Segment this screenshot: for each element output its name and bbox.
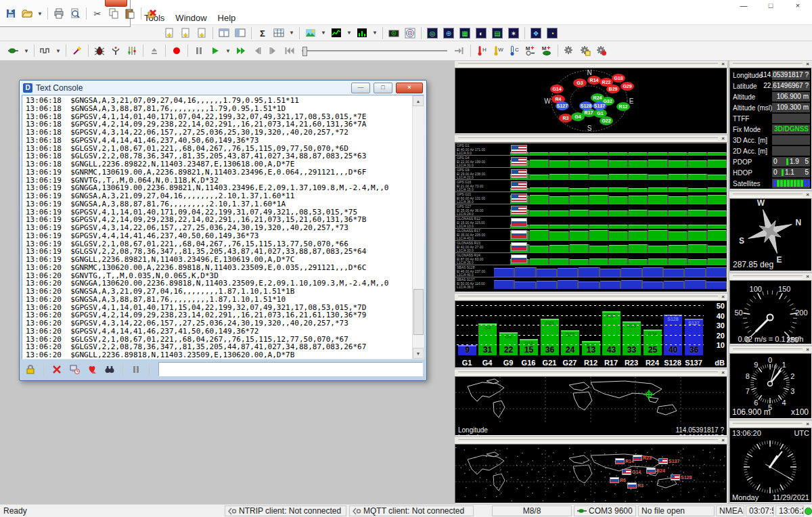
panel-close-icon[interactable]: × [720,294,726,300]
panel-close-icon[interactable]: × [805,192,811,198]
maximize-window-icon[interactable]: □ [761,1,781,10]
eject-icon[interactable] [146,43,162,59]
freeze-console-icon[interactable] [129,362,143,377]
new-messages-view-icon[interactable] [161,25,177,41]
baudrate-icon[interactable] [37,43,53,59]
connection-dropdown[interactable]: ▼ [22,43,31,59]
clear-file-icon[interactable] [144,5,160,22]
receiver-antenna-icon[interactable] [108,43,124,59]
panel-grip[interactable] [733,63,803,66]
cold-start-icon[interactable]: C [506,43,522,59]
split-vertical-icon[interactable] [232,25,248,41]
record-log-icon[interactable] [85,362,99,377]
play-dropdown[interactable]: ▼ [223,43,233,59]
nmea-log[interactable]: 13:06:18 $GNGSA,A,3,21,07,09,27,04,16,,,… [22,95,417,359]
console-title-bar[interactable]: D Text Console — □ × [22,81,424,95]
table-view-icon[interactable] [271,25,287,41]
p-hist-header[interactable]: × [455,135,727,142]
autobauding-icon[interactable] [69,43,85,59]
save-icon[interactable] [3,5,19,22]
text-console-window[interactable]: D Text Console — □ × 13:06:18 $GNGSA,A,3… [19,80,427,381]
panel-grip[interactable] [458,296,718,299]
panel-close-icon[interactable]: × [805,347,811,353]
signal-strength-icon[interactable]: ▦ [457,25,473,41]
panel-grip[interactable] [458,372,718,375]
map-view-dropdown[interactable]: ▼ [319,25,328,41]
panel-grip[interactable] [733,349,803,352]
p-clock-header[interactable]: × [729,421,812,428]
p-lvl-header[interactable]: × [455,294,727,300]
open-dropdown-icon[interactable]: ▼ [35,5,45,22]
find-icon[interactable] [102,362,117,377]
hot-start-icon[interactable]: H [474,43,490,59]
receiver-settings-icon[interactable] [124,43,140,59]
full-screen-icon[interactable]: ◔ [544,25,560,41]
p-data-header[interactable]: × [729,61,812,68]
console-output-area[interactable]: 13:06:18 $GNGSA,A,3,21,07,09,27,04,16,,,… [22,95,424,359]
pause-icon[interactable] [191,43,207,59]
panel-grip[interactable] [733,194,803,197]
open-file-icon[interactable] [19,5,35,22]
p-sky-header[interactable]: × [455,61,727,68]
cut-icon[interactable]: ✂ [89,5,106,22]
histogram-view-dropdown[interactable]: ▼ [370,25,380,41]
status-mqtt[interactable]: MQTT client: Not connected [349,505,474,516]
jump-start-icon[interactable] [281,43,298,59]
print-preview-icon[interactable] [67,5,83,22]
step-forward-icon[interactable] [265,43,281,59]
panel-close-icon[interactable]: × [720,136,726,141]
docking-windows-icon[interactable]: ❖ [528,25,544,41]
scroll-down-icon[interactable]: ▼ [413,348,424,359]
p-comp-header[interactable]: × [729,192,812,198]
playback-slider[interactable] [302,47,447,55]
map-view-icon[interactable] [302,25,319,41]
lock-console-icon[interactable] [23,362,38,377]
new-config-view-icon[interactable] [177,25,194,41]
pc-time-icon[interactable] [67,362,82,377]
clock-view-icon[interactable]: ✶ [505,25,522,41]
fast-forward-icon[interactable] [233,43,249,59]
panel-grip[interactable] [733,275,803,279]
panel-close-icon[interactable]: × [720,62,726,67]
data-view-icon[interactable]: ▤ [489,25,505,41]
console-scrollbar[interactable]: ▲ ▼ [412,95,424,359]
connection-icon[interactable] [5,43,22,59]
record-icon[interactable] [168,43,185,59]
save-receiver-config-icon[interactable]: M+ [522,43,539,59]
p-map2-header[interactable]: × [455,437,727,444]
panel-grip[interactable] [733,423,803,426]
split-horizontal-icon[interactable] [216,25,232,41]
floating-file-toolbar[interactable]: ▼✂ [0,0,131,27]
console-close-icon[interactable]: × [396,83,423,93]
baudrate-dropdown[interactable]: ▼ [53,43,63,59]
status-com-port[interactable]: COM3 9600 [574,505,636,516]
status-protocol[interactable]: NMEA [716,505,744,516]
new-statistic-view-icon[interactable] [194,25,210,41]
panel-close-icon[interactable]: × [805,62,811,67]
chart-view-dropdown[interactable]: ▼ [344,25,354,41]
panel-grip[interactable] [458,137,718,141]
copy-icon[interactable] [106,5,122,22]
histogram-view-icon[interactable] [354,25,370,41]
deviation-map-icon[interactable] [402,25,418,41]
statistic-view-icon[interactable]: Σ [254,25,271,41]
panel-close-icon[interactable]: × [805,422,811,427]
chart-view-icon[interactable] [328,25,344,41]
debug-messages-icon[interactable] [91,43,108,59]
panel-grip[interactable] [458,439,718,443]
paste-icon[interactable] [122,5,138,22]
scroll-up-icon[interactable]: ▲ [413,95,424,106]
console-minimize-icon[interactable]: — [351,83,370,93]
p-map-header[interactable]: × [455,369,727,376]
panel-close-icon[interactable]: × [720,370,726,376]
clear-console-icon[interactable] [49,362,64,377]
p-alt-header[interactable]: × [729,346,812,353]
panel-close-icon[interactable]: × [805,274,811,279]
load-receiver-config-icon[interactable]: M+ [539,43,555,59]
menu-help[interactable]: Help [212,12,242,24]
sky-view-icon[interactable]: ◎ [424,25,441,41]
step-back-icon[interactable] [249,43,265,59]
tools-gear-icon[interactable] [593,43,610,59]
warm-start-icon[interactable]: W [490,43,506,59]
console-command-input[interactable] [158,362,423,376]
